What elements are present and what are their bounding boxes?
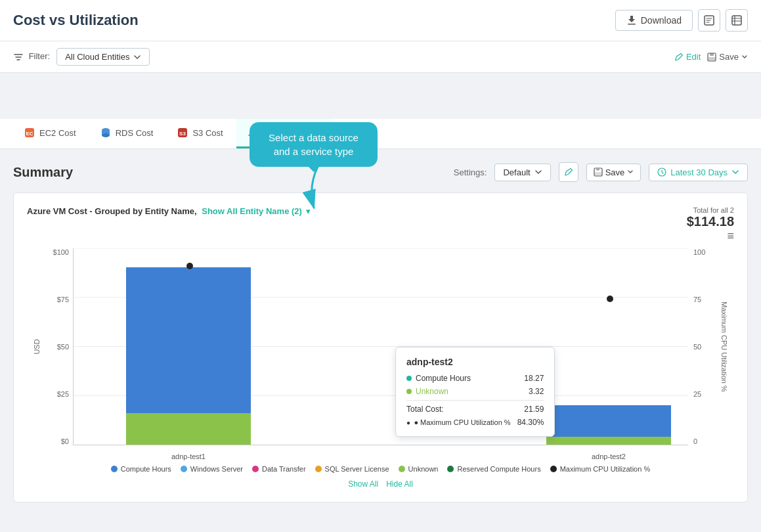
legend-sql-license: SQL Server License: [315, 465, 389, 473]
legend-windows-server: Windows Server: [181, 465, 243, 473]
cpu-dot-1: [186, 263, 193, 269]
filter-dropdown[interactable]: All Cloud Entities: [56, 48, 150, 66]
show-all-link[interactable]: Show All: [348, 479, 378, 489]
svg-text:EC: EC: [26, 131, 33, 137]
unknown-dot: [406, 389, 412, 394]
tabs-list: EC EC2 Cost RDS Cost S3: [13, 119, 748, 148]
legend-reserved-compute: Reserved Compute Hours: [447, 465, 540, 473]
header-actions: Download: [615, 9, 748, 32]
summary-title: Summary: [13, 165, 73, 180]
report-icon-button[interactable]: [698, 9, 720, 32]
timerange-chevron-icon: [731, 168, 739, 176]
svg-rect-16: [596, 168, 599, 171]
report-icon: [703, 14, 715, 26]
ec2-icon: EC: [24, 127, 35, 139]
floppy-icon: [594, 167, 603, 177]
save-icon: [707, 53, 716, 62]
right-y-axis-label: Maximum CPU Utilization %: [720, 298, 728, 396]
svg-rect-0: [628, 24, 636, 25]
settings-dropdown[interactable]: Default: [494, 164, 550, 181]
chart-bars-area: adnp-test1 adnp-test2 adnp-test2 Compute…: [73, 248, 688, 445]
bar-segment-blue-2: [546, 405, 671, 437]
chart-visualization: USD $100 $75 $50 $25 $0: [27, 248, 734, 445]
edit-button[interactable]: Edit: [674, 52, 701, 62]
right-y-axis-label-container: Maximum CPU Utilization %: [714, 248, 734, 445]
save-group[interactable]: Save: [707, 52, 748, 62]
clock-icon: [657, 167, 666, 177]
tooltip-row-unknown: Unknown 3.32: [406, 387, 544, 396]
bar-label-1: adnp-test1: [126, 453, 251, 460]
callout-arrow: [301, 158, 406, 211]
save-dropdown-icon: [627, 169, 634, 175]
settings-label: Settings:: [454, 167, 487, 177]
table-icon: [731, 14, 743, 26]
table-icon-button[interactable]: [726, 9, 748, 32]
bar-label-2: adnp-test2: [546, 453, 671, 460]
chart-legend: Compute Hours Windows Server Data Transf…: [27, 465, 734, 473]
chart-panel: Azure VM Cost - Grouped by Entity Name, …: [13, 192, 748, 502]
bar-group-2: [546, 405, 671, 445]
y-axis-label: USD: [33, 339, 41, 354]
timerange-button[interactable]: Latest 30 Days: [649, 164, 748, 181]
save-chevron-icon: [741, 54, 748, 60]
tabs-section-wrapper: Select a data source and a service type …: [0, 119, 761, 149]
filter-right: Edit Save: [674, 52, 748, 62]
settings-chevron-icon: [534, 168, 542, 176]
save-button[interactable]: Save: [586, 164, 641, 181]
bar-segment-green-1: [126, 413, 251, 445]
download-button[interactable]: Download: [615, 10, 693, 31]
summary-controls: Settings: Default Save Latest 30 Days: [454, 162, 748, 182]
filter-label: Filter:: [13, 51, 50, 62]
legend-dot-windows: [181, 466, 187, 472]
tooltip-cpu: ● ● Maximum CPU Utilization % 84.30%: [406, 418, 544, 427]
legend-dot-compute: [111, 466, 118, 472]
legend-data-transfer: Data Transfer: [252, 465, 306, 473]
legend-actions: Show All Hide All: [27, 479, 734, 489]
legend-cpu-utilization: Maximum CPU Utilization %: [550, 465, 651, 473]
bar-segment-green-2: [546, 437, 671, 445]
chart-menu-icon[interactable]: ≡: [27, 229, 734, 243]
rds-icon: [100, 127, 112, 139]
filter-icon: [13, 52, 24, 62]
show-entity-link[interactable]: Show All Entity Name (2): [202, 206, 302, 216]
tab-rds-cost[interactable]: RDS Cost: [89, 119, 164, 148]
compute-dot: [406, 376, 412, 381]
header: Cost vs Utilization Download: [0, 0, 761, 41]
download-icon: [626, 15, 637, 26]
y-axis-ticks: $100 $75 $50 $25 $0: [47, 248, 73, 445]
pencil-icon: [674, 53, 684, 62]
filter-left: Filter: All Cloud Entities: [13, 48, 150, 66]
bar-segment-blue-1: [126, 267, 251, 413]
bar-group-1: [126, 267, 251, 445]
filter-bar: Filter: All Cloud Entities Edit Save: [0, 41, 761, 73]
pencil-edit-icon: [564, 167, 573, 177]
legend-dot-reserved: [447, 466, 454, 472]
svg-rect-2: [732, 16, 741, 25]
tab-ec2-cost[interactable]: EC EC2 Cost: [13, 119, 87, 148]
s3-icon: S3: [177, 127, 188, 139]
legend-unknown: Unknown: [399, 465, 439, 473]
tab-s3-cost[interactable]: S3 S3 Cost: [166, 119, 233, 148]
tooltip-row-compute: Compute Hours 18.27: [406, 374, 544, 383]
legend-compute-hours: Compute Hours: [111, 465, 171, 473]
tooltip-title: adnp-test2: [406, 357, 544, 367]
right-y-axis-ticks: 100 75 50 25 0: [688, 248, 714, 445]
chart-title: Azure VM Cost - Grouped by Entity Name, …: [27, 206, 311, 216]
settings-edit-button[interactable]: [559, 162, 578, 182]
legend-dot-unknown: [399, 466, 405, 472]
svg-rect-4: [710, 53, 714, 56]
chart-total: Total for all 2 $114.18: [687, 206, 734, 229]
hide-all-link[interactable]: Hide All: [386, 479, 413, 489]
svg-text:S3: S3: [180, 131, 186, 137]
page-title: Cost vs Utilization: [13, 12, 139, 29]
tooltip-total: Total Cost: 21.59: [406, 400, 544, 414]
legend-dot-cpu: [550, 466, 557, 472]
tooltip: adnp-test2 Compute Hours 18.27 Unkno: [395, 347, 555, 437]
chevron-down-icon: [133, 53, 141, 61]
svg-point-11: [102, 133, 110, 137]
legend-dot-transfer: [252, 466, 259, 472]
svg-rect-17: [595, 172, 601, 175]
legend-dot-sql: [315, 466, 322, 472]
cpu-dot-2: [607, 296, 613, 302]
svg-rect-5: [708, 57, 715, 60]
